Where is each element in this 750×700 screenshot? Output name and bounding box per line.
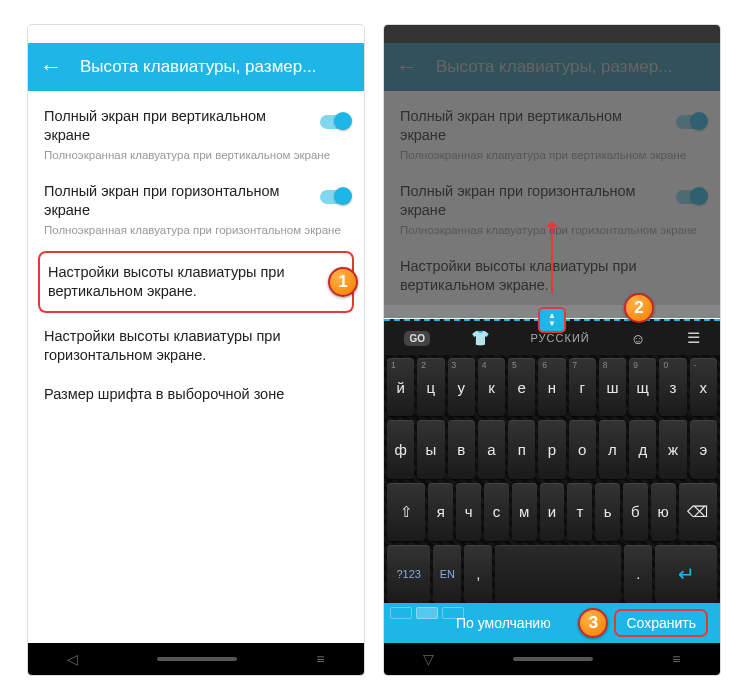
key[interactable]: р: [538, 420, 565, 478]
key[interactable]: м: [512, 483, 537, 541]
key[interactable]: н6: [538, 358, 565, 416]
setting-title: Настройки высоты клавиатуры при вертикал…: [48, 263, 344, 301]
setting-font-size[interactable]: Размер шрифта в выборочной зоне: [28, 375, 364, 414]
key[interactable]: е5: [508, 358, 535, 416]
nav-home[interactable]: [513, 657, 593, 661]
key[interactable]: ч: [456, 483, 481, 541]
settings-list: Полный экран при вертикальном экране Пол…: [28, 91, 364, 413]
kb-row-1: й1ц2у3к4е5н6г7ш8щ9з0х-: [387, 358, 717, 416]
arrow-up-annotation: [551, 224, 553, 294]
status-bar: [384, 25, 720, 43]
key[interactable]: щ9: [629, 358, 656, 416]
setting-fullscreen-vertical[interactable]: Полный экран при вертикальном экране Пол…: [384, 97, 720, 172]
key[interactable]: п: [508, 420, 535, 478]
key[interactable]: ↵: [655, 545, 717, 603]
kb-row-3: ⇧ячсмитьбю⌫: [387, 483, 717, 541]
phone-right: ← Высота клавиатуры, размер... Полный эк…: [384, 25, 720, 675]
menu-icon[interactable]: ☰: [687, 329, 700, 347]
key[interactable]: г7: [569, 358, 596, 416]
slot[interactable]: [416, 607, 438, 619]
setting-height-horizontal[interactable]: Настройки высоты клавиатуры при горизонт…: [28, 317, 364, 375]
save-button[interactable]: Сохранить: [614, 609, 708, 637]
setting-title: Размер шрифта в выборочной зоне: [44, 385, 348, 404]
nav-recent-icon[interactable]: ≡: [316, 651, 324, 667]
toolbar: ← Высота клавиатуры, размер...: [28, 43, 364, 91]
key[interactable]: ю: [651, 483, 676, 541]
nav-back-icon[interactable]: ▽: [423, 651, 434, 667]
slot[interactable]: [390, 607, 412, 619]
setting-title: Полный экран при вертикальном экране: [44, 107, 348, 145]
back-icon[interactable]: ←: [40, 56, 62, 78]
callout-badge-2: 2: [624, 293, 654, 323]
key[interactable]: к4: [478, 358, 505, 416]
keyboard: GO 👕 РУССКИЙ ☺ ☰ 2 й1ц2у3к4е5н6г7ш8щ9з0х…: [384, 319, 720, 643]
key[interactable]: у3: [448, 358, 475, 416]
toggle-switch[interactable]: [320, 190, 350, 204]
emoji-icon[interactable]: ☺: [631, 330, 646, 347]
keyboard-topbar: GO 👕 РУССКИЙ ☺ ☰ 2: [384, 319, 720, 355]
key[interactable]: ⇧: [387, 483, 425, 541]
nav-recent-icon[interactable]: ≡: [672, 651, 680, 667]
setting-sub: Полноэкранная клавуатура при вертикально…: [400, 148, 704, 162]
nav-home[interactable]: [157, 657, 237, 661]
setting-height-vertical[interactable]: Настройки высоты клавиатуры при вертикал…: [38, 251, 354, 313]
preset-slots: [390, 607, 464, 619]
key[interactable]: [495, 545, 621, 603]
key[interactable]: ⌫: [679, 483, 717, 541]
slot[interactable]: [442, 607, 464, 619]
back-icon[interactable]: ←: [396, 56, 418, 78]
toolbar: ← Высота клавиатуры, размер...: [384, 43, 720, 91]
key[interactable]: ь: [595, 483, 620, 541]
callout-badge-3: 3: [578, 608, 608, 638]
key[interactable]: ж: [659, 420, 686, 478]
key[interactable]: л: [599, 420, 626, 478]
key[interactable]: з0: [659, 358, 686, 416]
setting-title: Полный экран при горизонтальном экране: [44, 182, 348, 220]
key[interactable]: и: [540, 483, 565, 541]
key[interactable]: ?123: [387, 545, 430, 603]
key[interactable]: ,: [464, 545, 492, 603]
key[interactable]: а: [478, 420, 505, 478]
toggle-switch[interactable]: [676, 190, 706, 204]
key[interactable]: с: [484, 483, 509, 541]
key[interactable]: ы: [417, 420, 444, 478]
keyboard-bottom-bar: По умолчанию 3 Сохранить: [384, 603, 720, 643]
key[interactable]: э: [690, 420, 717, 478]
toggle-switch[interactable]: [676, 115, 706, 129]
key[interactable]: в: [448, 420, 475, 478]
key[interactable]: х-: [690, 358, 717, 416]
kb-row-2: фывапролджэ: [387, 420, 717, 478]
key[interactable]: б: [623, 483, 648, 541]
key[interactable]: я: [428, 483, 453, 541]
toolbar-title: Высота клавиатуры, размер...: [80, 57, 316, 77]
default-button[interactable]: По умолчанию: [456, 615, 551, 631]
setting-fullscreen-vertical[interactable]: Полный экран при вертикальном экране Пол…: [28, 97, 364, 172]
key[interactable]: ц2: [417, 358, 444, 416]
setting-fullscreen-horizontal[interactable]: Полный экран при горизонтальном экране П…: [28, 172, 364, 247]
phone-left: ← Высота клавиатуры, размер... Полный эк…: [28, 25, 364, 675]
nav-bar: ▽ ≡: [384, 643, 720, 675]
key[interactable]: т: [567, 483, 592, 541]
key[interactable]: ш8: [599, 358, 626, 416]
toggle-switch[interactable]: [320, 115, 350, 129]
nav-back-icon[interactable]: ◁: [67, 651, 78, 667]
setting-title: Полный экран при вертикальном экране: [400, 107, 704, 145]
go-icon[interactable]: GO: [404, 331, 430, 346]
toolbar-title: Высота клавиатуры, размер...: [436, 57, 672, 77]
setting-sub: Полноэкранная клавуатура при горизонталь…: [44, 223, 348, 237]
callout-badge-1: 1: [328, 267, 358, 297]
nav-bar: ◁ ≡: [28, 643, 364, 675]
key[interactable]: д: [629, 420, 656, 478]
kb-row-4: ?123EN,.↵: [387, 545, 717, 603]
language-label[interactable]: РУССКИЙ: [531, 332, 590, 344]
setting-sub: Полноэкранная клавуатура при вертикально…: [44, 148, 348, 162]
key[interactable]: й1: [387, 358, 414, 416]
key[interactable]: о: [569, 420, 596, 478]
key[interactable]: .: [624, 545, 652, 603]
key[interactable]: EN: [433, 545, 461, 603]
drag-handle[interactable]: [538, 307, 566, 333]
key[interactable]: ф: [387, 420, 414, 478]
theme-icon[interactable]: 👕: [471, 329, 490, 347]
status-bar: [28, 25, 364, 43]
setting-title: Настройки высоты клавиатуры при горизонт…: [44, 327, 348, 365]
